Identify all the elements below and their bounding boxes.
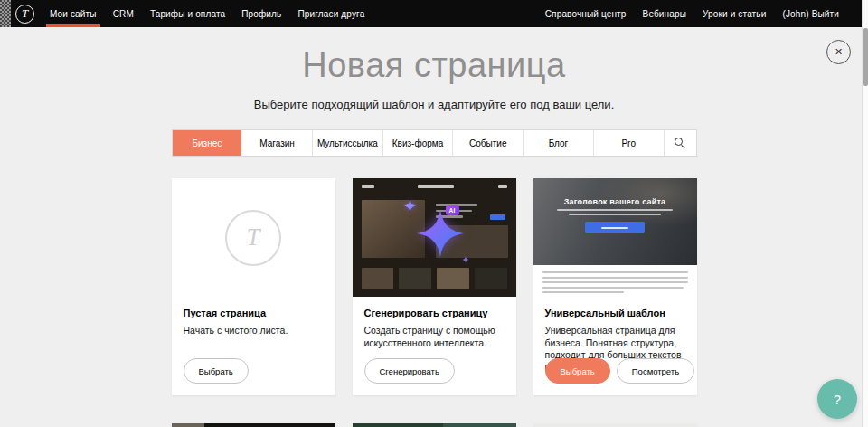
page-subtitle: Выберите подходящий шаблон и адаптируйте… [0,98,868,111]
blank-page-preview: T [172,178,335,297]
tab-blog[interactable]: Блог [523,130,593,156]
card-description: Начать с чистого листа. [184,325,324,337]
preview-heading: Заголовок вашего сайта [533,197,697,206]
generate-button[interactable]: Сгенерировать [364,358,455,384]
search-icon [675,138,685,148]
ai-sparkle-icon [415,208,466,259]
close-button[interactable]: ✕ [826,40,851,64]
card-body: Сгенерировать страницу Создать страницу … [353,297,516,395]
template-card-partial[interactable] [353,423,516,427]
menu-invite-friend[interactable]: Пригласи друга [289,0,373,27]
template-cards-grid: T Пустая страница Начать с чистого листа… [0,178,868,395]
tilda-logo[interactable]: T [15,5,34,24]
tilda-logo-letter: T [22,7,28,19]
card-body: Универсальный шаблон Универсальная стран… [533,297,697,395]
new-page-modal: ✕ Новая страница Выберите подходящий шаб… [0,27,868,427]
scrollbar-thumb[interactable] [863,28,868,86]
menu-profile-label: Профиль [241,9,281,19]
close-icon: ✕ [835,47,843,57]
menu-invite-friend-label: Пригласи друга [297,9,364,19]
menu-tariffs[interactable]: Тарифы и оплата [142,0,233,27]
card-body: Пустая страница Начать с чистого листа. … [172,297,335,395]
universal-template-preview: Заголовок вашего сайта [533,178,697,297]
template-card-universal[interactable]: Заголовок вашего сайта [533,178,697,395]
active-underline [46,24,100,27]
window-edge-pattern [0,0,11,27]
menu-webinars-label: Вебинары [643,9,686,19]
view-universal-button[interactable]: Посмотреть [617,358,694,384]
menu-help-center-label: Справочный центр [545,9,627,19]
template-card-partial[interactable] [172,423,335,427]
template-cards-grid-row2 [0,423,868,427]
menu-help-center[interactable]: Справочный центр [537,0,635,27]
card-actions: Выбрать Посмотреть [545,358,695,384]
template-category-tabs: Бизнес Магазин Мультиссылка Квиз-форма С… [172,129,697,157]
ai-badge: AI [446,205,459,215]
preview-subtext-lines [533,209,697,215]
menu-crm-label: CRM [113,9,134,19]
page-title: Новая страница [0,47,868,83]
card-title: Пустая страница [184,308,324,318]
page: T Мои сайты CRM Тарифы и оплата Профиль … [0,0,868,427]
preview-nav [362,185,507,188]
menu-logout-label: (John) Выйти [782,9,839,19]
menu-webinars[interactable]: Вебинары [635,0,694,27]
tab-pro[interactable]: Pro [593,130,664,156]
card-actions: Выбрать [184,358,249,384]
tab-quiz-form[interactable]: Квиз-форма [382,130,453,156]
menu-profile[interactable]: Профиль [233,0,289,27]
topbar: T Мои сайты CRM Тарифы и оплата Профиль … [0,0,868,27]
preview-button [490,214,505,220]
menu-lessons[interactable]: Уроки и статьи [694,0,774,27]
select-blank-button[interactable]: Выбрать [184,358,249,384]
scrollbar[interactable] [862,0,868,427]
card-actions: Сгенерировать [364,358,455,384]
tab-event[interactable]: Событие [452,130,523,156]
menu-tariffs-label: Тарифы и оплата [150,9,225,19]
tilda-mark-icon: T [225,210,281,266]
ai-sparkle-tiny-icon [462,256,469,263]
preview-cta-button [585,222,645,233]
tilda-mark-letter: T [246,225,259,250]
preview-paragraph-lines [533,265,697,293]
topbar-menu-left: Мои сайты CRM Тарифы и оплата Профиль Пр… [42,0,373,27]
preview-thumbnails [362,268,507,289]
menu-logout[interactable]: (John) Выйти [774,0,847,27]
card-title: Сгенерировать страницу [364,308,505,318]
help-button[interactable]: ? [817,379,857,419]
ai-template-preview: AI [353,178,516,297]
menu-my-sites-label: Мои сайты [50,9,97,19]
template-card-generate[interactable]: AI Сгенерировать страницу Создать страни… [353,178,516,395]
menu-my-sites[interactable]: Мои сайты [42,0,105,27]
card-title: Универсальный шаблон [545,308,685,318]
card-description: Создать страницу с помощью искусственног… [364,325,505,349]
preview-hero: Заголовок вашего сайта [533,178,697,265]
search-tab[interactable] [664,130,696,156]
tab-multilink[interactable]: Мультиссылка [312,130,382,156]
select-universal-button[interactable]: Выбрать [545,358,610,384]
menu-lessons-label: Уроки и статьи [703,9,766,19]
tab-shop[interactable]: Магазин [241,130,312,156]
topbar-menu-right: Справочный центр Вебинары Уроки и статьи… [537,0,847,27]
template-card-blank[interactable]: T Пустая страница Начать с чистого листа… [172,178,335,395]
menu-crm[interactable]: CRM [105,0,142,27]
tab-business[interactable]: Бизнес [173,130,242,156]
template-card-partial[interactable] [533,423,697,427]
